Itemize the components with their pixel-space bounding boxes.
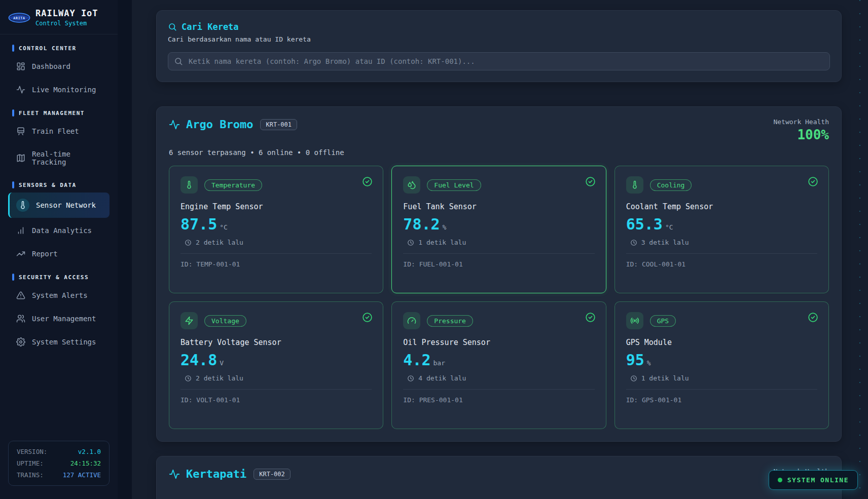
check-circle-icon xyxy=(808,176,818,187)
sensor-updated: 3 detik lalu xyxy=(641,239,689,246)
sensor-name: Oil Pressure Sensor xyxy=(403,338,594,347)
sensor-updated: 1 detik lalu xyxy=(641,374,689,382)
sensor-unit: % xyxy=(443,223,447,231)
section-accent-bar xyxy=(12,45,14,52)
sensor-value: 87.5 xyxy=(180,215,217,233)
sidebar-item-train-fleet[interactable]: Train Fleet xyxy=(8,121,110,142)
system-info-row: UPTIME: 24:15:32 xyxy=(17,459,101,467)
sensor-unit: V xyxy=(220,359,224,367)
sidebar-item-real-time-tracking[interactable]: Real-time Tracking xyxy=(8,144,110,172)
sensor-name: Battery Voltage Sensor xyxy=(180,338,372,347)
check-circle-icon xyxy=(362,312,373,323)
train-card-argo-bromo: Argo Bromo KRT-001 Network Health 100% 6… xyxy=(156,106,842,442)
system-info-label: VERSION: xyxy=(17,448,47,455)
section-label-security-access: SECURITY & ACCESS xyxy=(19,274,89,281)
sensor-card-battery-voltage-sensor[interactable]: Voltage Battery Voltage Sensor 24.8 V 2 … xyxy=(169,301,383,429)
activity-icon xyxy=(169,469,180,480)
sensor-type-badge: Fuel Level xyxy=(427,179,481,191)
train-name: Argo Bromo xyxy=(186,118,253,131)
thermometer-icon xyxy=(18,201,27,210)
sidebar-item-data-analytics[interactable]: Data Analytics xyxy=(8,220,110,241)
sidebar-item-label: Live Monitoring xyxy=(32,86,96,94)
sensor-card-engine-temp-sensor[interactable]: Temperature Engine Temp Sensor 87.5 °C 2… xyxy=(169,166,383,293)
activity-icon xyxy=(169,119,180,130)
train-list: Argo Bromo KRT-001 Network Health 100% 6… xyxy=(156,106,842,499)
sidebar-item-label: Data Analytics xyxy=(32,226,92,235)
thermometer-icon xyxy=(630,180,639,189)
sidebar-item-dashboard[interactable]: Dashboard xyxy=(8,56,110,77)
search-input-icon xyxy=(174,57,183,66)
sensor-iconbox xyxy=(626,312,643,329)
system-info-value: 24:15:32 xyxy=(70,459,101,467)
sidebar-item-label: Train Fleet xyxy=(32,127,79,135)
layout-dashboard-icon xyxy=(16,62,25,71)
network-health-label: Network Health xyxy=(773,118,829,126)
clock-icon xyxy=(407,375,414,382)
section-accent-bar xyxy=(12,109,14,117)
network-health-value: 100% xyxy=(773,127,829,142)
train-id-badge: KRT-002 xyxy=(254,469,291,480)
search-subtitle: Cari berdasarkan nama atau ID kereta xyxy=(168,35,830,43)
brand-logo-icon: ARITA xyxy=(8,10,30,25)
brand-logo-text: ARITA xyxy=(13,16,25,20)
sensor-value: 24.8 xyxy=(180,351,217,369)
droplets-icon xyxy=(407,180,416,189)
sensor-iconbox xyxy=(626,176,643,194)
sensor-card-coolant-temp-sensor[interactable]: Cooling Coolant Temp Sensor 65.3 °C 3 de… xyxy=(614,166,829,293)
sensor-value: 95 xyxy=(626,351,644,369)
sensor-name: GPS Module xyxy=(626,338,817,347)
sidebar-main-divider xyxy=(118,0,132,499)
sensor-unit: °C xyxy=(220,223,228,231)
app-subtitle: Control System xyxy=(35,20,98,27)
search-input[interactable] xyxy=(168,52,830,70)
section-label-sensors-data: SENSORS & DATA xyxy=(19,182,77,188)
sidebar-section-header: SENSORS & DATA xyxy=(12,181,110,188)
sensor-iconbox xyxy=(403,176,420,194)
sidebar-item-system-settings[interactable]: System Settings xyxy=(8,331,110,353)
divider xyxy=(403,389,594,390)
system-online-label: SYSTEM ONLINE xyxy=(787,476,849,484)
divider xyxy=(180,253,372,254)
search-icon xyxy=(168,22,177,31)
sidebar-item-live-monitoring[interactable]: Live Monitoring xyxy=(8,79,110,100)
sensor-name: Fuel Tank Sensor xyxy=(403,202,594,211)
sensor-iconbox xyxy=(180,312,198,329)
sensor-card-fuel-tank-sensor[interactable]: Fuel Level Fuel Tank Sensor 78.2 % 1 det… xyxy=(391,166,606,293)
system-info-value: v2.1.0 xyxy=(78,448,101,455)
sensor-iconbox xyxy=(403,312,420,329)
sidebar-item-user-management[interactable]: User Management xyxy=(8,308,110,329)
system-info-label: UPTIME: xyxy=(17,459,44,467)
sensor-card-gps-module[interactable]: GPS GPS Module 95 % 1 detik lalu ID: GPS… xyxy=(614,301,829,429)
sensor-type-badge: Voltage xyxy=(204,315,246,327)
sidebar-section: SECURITY & ACCESS System Alerts User Man… xyxy=(8,274,110,353)
sidebar-item-report[interactable]: Report xyxy=(8,243,110,264)
sensor-updated: 1 detik lalu xyxy=(418,239,466,246)
sensor-grid: Temperature Engine Temp Sensor 87.5 °C 2… xyxy=(169,166,829,429)
sensor-card-oil-pressure-sensor[interactable]: Pressure Oil Pressure Sensor 4.2 bar 4 d… xyxy=(391,301,606,429)
map-icon xyxy=(16,153,25,163)
sensor-type-badge: GPS xyxy=(650,315,676,327)
sidebar-section-header: SECURITY & ACCESS xyxy=(12,274,110,281)
sidebar-item-system-alerts[interactable]: System Alerts xyxy=(8,285,110,306)
sidebar-item-sensor-network[interactable]: Sensor Network xyxy=(8,193,110,218)
alert-triangle-icon xyxy=(16,291,25,300)
search-title: Cari Kereta xyxy=(182,22,239,32)
sensor-type-badge: Cooling xyxy=(650,179,692,191)
sidebar-item-label: Sensor Network xyxy=(36,201,96,209)
sensor-id: ID: PRES-001-01 xyxy=(403,396,594,404)
clock-icon xyxy=(630,239,637,246)
main-content: Cari Kereta Cari berdasarkan nama atau I… xyxy=(132,0,868,499)
sidebar-section: FLEET MANAGEMENT Train Fleet Real-time T… xyxy=(8,109,110,172)
train-sensor-summary: 6 sensor terpasang • 6 online • 0 offlin… xyxy=(169,148,829,157)
trending-up-icon xyxy=(16,249,25,258)
sidebar-section: SENSORS & DATA Sensor Network Data Analy… xyxy=(8,181,110,264)
sidebar-nav: CONTROL CENTER Dashboard Live Monitoring… xyxy=(0,34,118,355)
check-circle-icon xyxy=(585,312,596,323)
system-info-label: TRAINS: xyxy=(17,471,44,479)
sensor-id: ID: TEMP-001-01 xyxy=(180,260,372,268)
sensor-id: ID: GPS-001-01 xyxy=(626,396,817,404)
sidebar-item-label: User Management xyxy=(32,315,96,323)
divider xyxy=(180,389,372,390)
app-title: RAILWAY IoT xyxy=(35,8,98,18)
brand-block: ARITA RAILWAY IoT Control System xyxy=(0,0,118,34)
